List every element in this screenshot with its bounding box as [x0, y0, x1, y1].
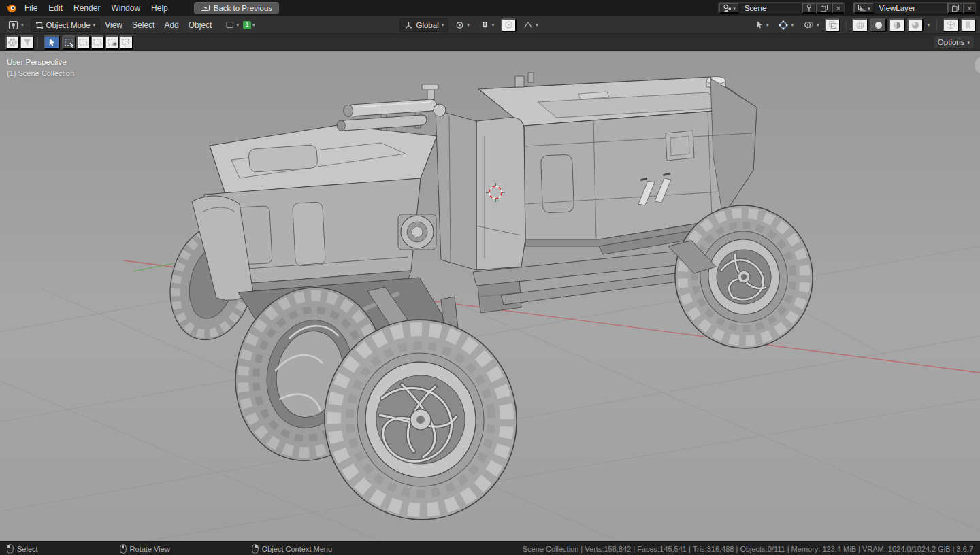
- snap-toggle-button[interactable]: ▾: [476, 18, 499, 32]
- select-box-new-icon: [64, 37, 75, 48]
- cube-icon: [946, 20, 956, 30]
- topbar-menus: File Edit Render Window Help: [19, 0, 174, 16]
- select-mode-invert-button[interactable]: [105, 35, 119, 50]
- viewlayer-name-field[interactable]: ViewLayer: [874, 3, 947, 14]
- gizmo-icon: [779, 20, 788, 30]
- active-collection-label: (1) Scene Collection: [7, 69, 74, 78]
- show-overlays-button[interactable]: ▾: [800, 18, 823, 32]
- grease-pencil-icon: [225, 20, 235, 29]
- menu-object[interactable]: Object: [184, 16, 217, 34]
- viewport-header: ▾ Object Mode ▾ View Select Add Object ▾…: [0, 16, 980, 34]
- cab-hood[interactable]: [192, 84, 476, 301]
- chevron-down-icon: ▾: [236, 22, 239, 27]
- duplicate-icon: [951, 4, 960, 12]
- navigation-gizmo-clipped[interactable]: [974, 56, 980, 74]
- proportional-editing-toggle[interactable]: [501, 18, 517, 32]
- menu-file[interactable]: File: [19, 0, 43, 16]
- chevron-down-icon: ▾: [868, 6, 870, 11]
- shading-rendered-button[interactable]: [907, 18, 924, 32]
- truck-model[interactable]: [159, 73, 824, 532]
- select-mode-intersect-button[interactable]: [119, 35, 133, 50]
- cursor-visibility-icon: [755, 20, 764, 29]
- browse-scene-button[interactable]: ▾: [719, 3, 739, 14]
- active-collection-dropdown[interactable]: 1 ▾: [241, 18, 257, 32]
- hint-context-menu-label: Object Context Menu: [262, 545, 332, 553]
- active-tool-tweak-button[interactable]: [44, 35, 60, 50]
- menu-select[interactable]: Select: [127, 16, 159, 34]
- tool-settings-gear-button[interactable]: [5, 35, 20, 50]
- new-scene-button[interactable]: [816, 3, 832, 14]
- duplicate-icon: [820, 4, 828, 12]
- topbar: File Edit Render Window Help Back to Pre…: [0, 0, 980, 16]
- proportional-falloff-button[interactable]: ▾: [519, 18, 542, 32]
- shading-wireframe-button[interactable]: [852, 18, 868, 32]
- options-button[interactable]: Options ▾: [933, 35, 975, 49]
- mode-select-button[interactable]: Object Mode ▾: [31, 18, 101, 32]
- hint-rotate-view-label: Rotate View: [130, 545, 170, 553]
- tool-settings-bar: Options ▾: [0, 34, 980, 51]
- chevron-down-icon: ▾: [536, 22, 538, 27]
- bookmark-button[interactable]: [961, 18, 976, 32]
- topbar-right: ▾ Scene ✕: [718, 2, 976, 14]
- chevron-down-icon: ▾: [791, 22, 794, 27]
- shading-material-button[interactable]: [889, 18, 905, 32]
- pivot-point-button[interactable]: ▾: [451, 18, 474, 32]
- separator: [846, 20, 847, 31]
- chevron-down-icon: ▾: [492, 22, 495, 27]
- scene-name-field[interactable]: Scene: [739, 3, 802, 14]
- new-viewlayer-button[interactable]: [947, 3, 963, 14]
- back-to-previous-button[interactable]: Back to Previous: [194, 2, 279, 14]
- menu-render[interactable]: Render: [68, 0, 105, 16]
- scene-selector: ▾ Scene ✕: [718, 2, 845, 14]
- pin-scene-button[interactable]: [802, 3, 816, 14]
- bookmark-icon: [964, 20, 973, 30]
- object-type-visibility-button[interactable]: ▾: [751, 18, 773, 32]
- orientation-label: Global: [416, 21, 438, 29]
- select-mode-extend-button[interactable]: [76, 35, 91, 50]
- proportional-circle-icon: [504, 20, 513, 29]
- transform-orientation-button[interactable]: Global ▾: [399, 18, 448, 32]
- menu-view[interactable]: View: [100, 16, 127, 34]
- blender-logo-svg: [5, 3, 17, 13]
- menu-help[interactable]: Help: [146, 0, 174, 16]
- chevron-down-icon: ▾: [817, 22, 819, 27]
- viewport-3d[interactable]: User Perspective (1) Scene Collection: [0, 51, 980, 541]
- shading-solid-button[interactable]: [870, 18, 887, 32]
- options-label: Options: [938, 38, 965, 46]
- viewport-display-cluster: ▾ ▾ ▾: [751, 18, 976, 32]
- pin-icon: [806, 4, 813, 12]
- blender-window: File Edit Render Window Help Back to Pre…: [0, 0, 980, 555]
- exhaust-pipes: [336, 84, 446, 131]
- select-mode-new-button[interactable]: [62, 35, 76, 50]
- chevron-down-icon: ▾: [927, 22, 930, 27]
- menu-edit[interactable]: Edit: [43, 0, 68, 16]
- select-mode-subtract-button[interactable]: [91, 35, 105, 50]
- last-tool-dropdown[interactable]: ▾: [223, 18, 241, 32]
- remove-viewlayer-button[interactable]: ✕: [963, 3, 975, 14]
- editor-3d-viewport-icon: [8, 20, 18, 30]
- chevron-down-icon: ▾: [733, 6, 736, 11]
- wireframe-sphere-icon: [855, 20, 865, 30]
- hint-select: Select: [7, 544, 38, 554]
- view-perspective-label: User Perspective: [7, 58, 67, 66]
- filter-button[interactable]: [20, 35, 34, 50]
- chevron-down-icon: ▾: [442, 22, 444, 27]
- pivot-point-icon: [455, 21, 464, 29]
- show-gizmo-button[interactable]: ▾: [774, 18, 798, 32]
- perspective-toggle-button[interactable]: [943, 18, 959, 32]
- browse-viewlayer-button[interactable]: ▾: [853, 3, 874, 14]
- delete-scene-button[interactable]: ✕: [832, 3, 844, 14]
- menu-window[interactable]: Window: [105, 0, 146, 16]
- rendered-sphere-icon: [911, 20, 920, 30]
- transform-cluster: Global ▾ ▾ ▾: [399, 18, 542, 32]
- blender-logo-icon[interactable]: [4, 2, 18, 14]
- toggle-xray-button[interactable]: [825, 18, 840, 32]
- xray-icon: [828, 20, 837, 29]
- select-box-subtract-icon: [93, 37, 103, 48]
- select-box-intersect-icon: [121, 37, 132, 48]
- editor-type-button[interactable]: ▾: [4, 18, 28, 32]
- viewport-canvas[interactable]: [0, 51, 980, 541]
- viewlayer-selector: ▾ ViewLayer ✕: [853, 2, 976, 14]
- hint-rotate-view: Rotate View: [120, 544, 170, 554]
- menu-add[interactable]: Add: [159, 16, 183, 34]
